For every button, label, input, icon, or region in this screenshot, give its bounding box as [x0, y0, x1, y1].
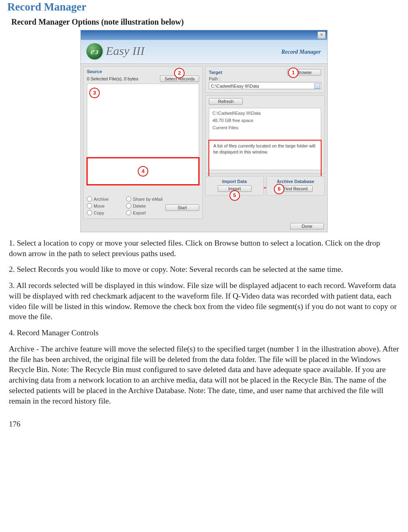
header-module-label: Record Manager [281, 49, 321, 55]
callout-6-badge: 6 [274, 184, 284, 194]
import-group-title: Import Data [209, 179, 260, 184]
app-name: Easy III [106, 44, 145, 58]
callout-2-badge: 2 [174, 68, 185, 78]
callout-1-badge: 1 [288, 67, 299, 78]
close-icon[interactable]: × [318, 32, 326, 39]
callout-3-badge: 3 [89, 88, 100, 98]
refresh-button[interactable]: Refresh [209, 98, 243, 105]
page-number: 176 [9, 420, 401, 429]
callout-4-box: 4 [86, 157, 200, 185]
archive-description-text: Archive - The archive feature will move … [9, 344, 399, 406]
radio-archive[interactable]: Archive [87, 196, 124, 202]
page-title: Record Manager [7, 1, 401, 13]
record-manager-screenshot: × e₃ Easy III Record Manager Source 0 Se… [80, 30, 328, 232]
step-4-text: 4. Record Manager Controls [9, 328, 399, 338]
target-group-title: Target [209, 70, 222, 75]
source-status: 0 Selected File(s), 0 bytes [87, 76, 138, 81]
target-free-space: 48.70 GB free space [212, 118, 318, 123]
step-1-text: 1. Select a location to copy or move you… [9, 238, 399, 259]
callout-4-badge: 4 [138, 166, 148, 177]
radio-copy[interactable]: Copy [87, 210, 124, 215]
current-files-label: Current Files: [212, 125, 318, 130]
step-3-text: 3. All records selected will be displaye… [9, 280, 399, 322]
logo-letter: e₃ [86, 43, 103, 59]
path-label: Path : [209, 76, 321, 81]
archive-db-group-title: Archive Database [270, 179, 321, 184]
window-titlebar: × [81, 30, 327, 40]
step-2-text: 2. Select Records you would like to move… [9, 264, 399, 275]
path-dropdown[interactable]: C:\Cadwell\Easy III\Data [209, 82, 321, 89]
radio-export[interactable]: Export [126, 210, 163, 215]
done-button[interactable]: Done [290, 223, 324, 229]
app-header: e₃ Easy III Record Manager [81, 40, 327, 64]
radio-delete[interactable]: Delete [126, 203, 163, 208]
section-heading: Record Manager Options (note illustratio… [11, 17, 401, 27]
target-info-path: C:\Cadwell\Easy III\Data [212, 111, 318, 116]
chevron-down-icon [315, 85, 319, 87]
start-button[interactable]: Start [165, 204, 199, 211]
radio-share-email[interactable]: Share by eMail [126, 196, 163, 202]
radio-move[interactable]: Move [87, 203, 124, 208]
callout-5-badge: 5 [229, 190, 240, 201]
file-list-note: A list of files currently located on the… [213, 143, 317, 155]
